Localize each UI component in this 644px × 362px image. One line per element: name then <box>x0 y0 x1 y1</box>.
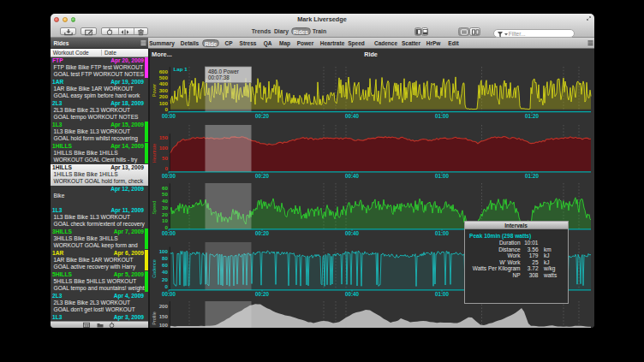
svg-text:200: 200 <box>159 303 169 309</box>
svg-text:300: 300 <box>159 87 169 93</box>
svg-text:01:00: 01:00 <box>435 113 450 119</box>
svg-text:150: 150 <box>159 313 169 319</box>
svg-text:00:20: 00:20 <box>255 291 270 297</box>
svg-text:0: 0 <box>165 106 169 112</box>
svg-text:01:20: 01:20 <box>525 173 540 179</box>
svg-text:Lap 1: Lap 1 <box>174 66 188 72</box>
svg-text:00:00: 00:00 <box>162 173 176 179</box>
svg-text:00:07:38: 00:07:38 <box>208 74 230 80</box>
svg-text:50: 50 <box>162 191 168 197</box>
svg-text:10: 10 <box>162 217 168 223</box>
svg-text:01:00: 01:00 <box>435 291 450 297</box>
svg-text:Power: Power <box>152 84 157 97</box>
svg-text:150: 150 <box>159 134 169 140</box>
svg-text:Ride: Ride <box>364 50 378 58</box>
svg-text:00:20: 00:20 <box>255 113 270 119</box>
svg-text:400: 400 <box>159 80 169 86</box>
svg-text:00:20: 00:20 <box>255 230 270 236</box>
svg-text:20: 20 <box>162 211 168 217</box>
svg-text:500: 500 <box>159 74 169 80</box>
svg-text:100: 100 <box>159 248 169 254</box>
svg-text:00:40: 00:40 <box>345 230 360 236</box>
svg-text:20: 20 <box>162 276 168 282</box>
svg-text:0: 0 <box>165 283 169 289</box>
svg-text:00:40: 00:40 <box>345 113 360 119</box>
svg-text:600: 600 <box>159 68 169 74</box>
svg-text:50: 50 <box>162 155 168 161</box>
svg-text:Heartrate: Heartrate <box>152 144 157 163</box>
svg-text:200: 200 <box>159 93 169 99</box>
svg-text:More...: More... <box>152 50 172 58</box>
svg-text:0: 0 <box>165 165 169 171</box>
svg-text:Profile: Profile <box>152 312 157 324</box>
svg-text:60: 60 <box>162 185 168 191</box>
svg-text:00:00: 00:00 <box>162 230 176 236</box>
svg-text:01:20: 01:20 <box>525 113 540 119</box>
svg-text:00:40: 00:40 <box>345 291 360 297</box>
svg-text:100: 100 <box>159 100 169 106</box>
svg-text:Cadence: Cadence <box>152 259 157 278</box>
svg-text:40: 40 <box>162 269 168 275</box>
svg-text:100: 100 <box>159 322 169 328</box>
svg-text:0: 0 <box>165 224 169 230</box>
svg-text:40: 40 <box>162 198 168 204</box>
svg-text:30: 30 <box>162 205 168 211</box>
svg-text:00:00: 00:00 <box>162 113 176 119</box>
svg-text:01:00: 01:00 <box>435 230 450 236</box>
svg-text:80: 80 <box>162 255 168 261</box>
svg-text:00:20: 00:20 <box>255 173 270 179</box>
svg-text:00:40: 00:40 <box>345 173 360 179</box>
svg-text:01:00: 01:00 <box>435 173 450 179</box>
svg-text:Speed: Speed <box>152 201 157 215</box>
svg-text:486.0 Power: 486.0 Power <box>208 68 240 74</box>
svg-text:00:00: 00:00 <box>162 291 176 297</box>
svg-text:100: 100 <box>159 145 169 151</box>
svg-text:60: 60 <box>162 262 168 268</box>
